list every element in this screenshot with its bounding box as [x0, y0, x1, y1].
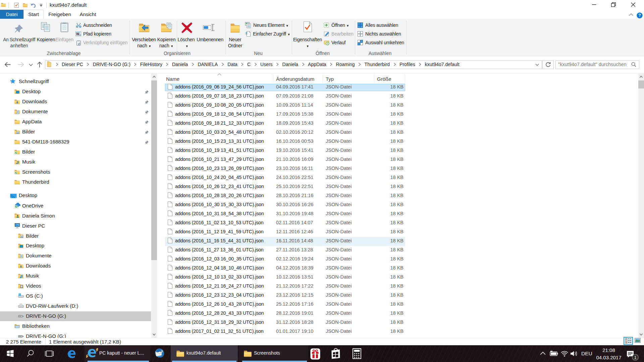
svg-text:1: 1: [634, 355, 636, 360]
svg-text:?: ?: [638, 13, 641, 18]
svg-text:W: W: [76, 32, 79, 36]
